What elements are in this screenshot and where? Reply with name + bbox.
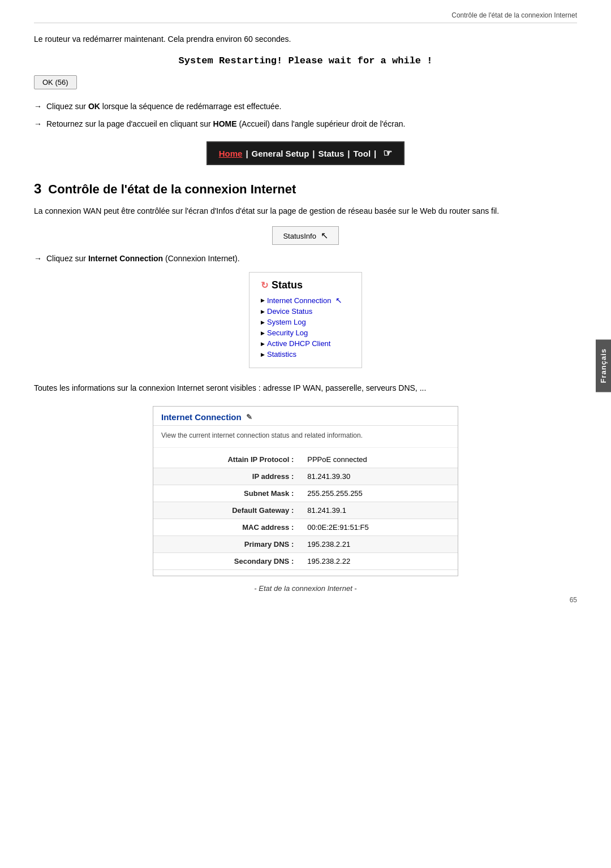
status-menu-title-text: Status [272,279,303,291]
ic-row-value: 195.238.2.22 [299,552,458,569]
statusinfo-cursor-icon: ↖ [321,230,328,241]
nav-separator-4: | [374,149,376,158]
ic-table-row: MAC address : 00:0E:2E:91:51:F5 [153,519,458,536]
ic-row-value: 81.241.39.1 [299,502,458,519]
ic-header-icon: ✎ [246,413,252,421]
ic-row-value: 81.241.39.30 [299,468,458,485]
ic-table: Attain IP Protocol : PPPoE connected IP … [153,451,458,570]
ic-title: Internet Connection [161,412,242,422]
ic-row-label: Default Gateway : [153,502,299,519]
section-body: La connexion WAN peut être contrôlée sur… [34,205,577,217]
section-heading: Contrôle de l'état de la connexion Inter… [48,182,296,197]
info-text: Toutes les informations sur la connexion… [34,382,577,394]
status-info-button[interactable]: StatusInfo ↖ [272,226,338,245]
page-wrapper: Contrôle de l'état de la connexion Inter… [0,0,611,615]
nav-general-setup[interactable]: General Setup [252,149,309,158]
restarting-title: System Restarting! Please wait for a whi… [34,55,577,66]
header-text: Contrôle de l'état de la connexion Inter… [451,11,577,19]
ic-row-label: Attain IP Protocol : [153,451,299,468]
ic-row-value: 255.255.255.255 [299,485,458,502]
section-number: 3 [34,181,41,197]
ic-caption: - Etat de la connexion Internet - [34,584,577,593]
nav-bar[interactable]: Home | General Setup | Status | Tool | ☞ [206,141,405,165]
menu-item-internet-connection[interactable]: Internet Connection ↖ [261,296,350,305]
ic-row-label: MAC address : [153,519,299,536]
internet-connection-cursor: ↖ [335,296,342,305]
ic-table-row: Default Gateway : 81.241.39.1 [153,502,458,519]
page-number: 65 [570,596,577,604]
home-bold: HOME [213,119,237,128]
ic-row-label: IP address : [153,468,299,485]
ok-button[interactable]: OK (56) [34,75,77,89]
ic-row-value: 195.238.2.21 [299,536,458,552]
ic-row-value: 00:0E:2E:91:51:F5 [299,519,458,536]
menu-item-system-log[interactable]: System Log [261,318,350,326]
ic-row-label: Primary DNS : [153,536,299,552]
nav-status[interactable]: Status [319,149,345,158]
side-tab-label: Français [599,348,608,383]
status-refresh-icon: ↻ [261,280,268,291]
side-tab: Français [596,339,611,392]
nav-separator-3: | [347,149,350,158]
ic-header: Internet Connection ✎ [153,407,458,426]
ic-table-row: IP address : 81.241.39.30 [153,468,458,485]
intro-text: Le routeur va redémarrer maintenant. Cel… [34,33,577,45]
ic-row-label: Secondary DNS : [153,552,299,569]
ic-table-body: Attain IP Protocol : PPPoE connected IP … [153,451,458,570]
internet-connection-box: Internet Connection ✎ View the current i… [153,406,458,576]
nav-bar-container: Home | General Setup | Status | Tool | ☞ [34,141,577,165]
click-instruction: Cliquez sur Internet Connection (Connexi… [34,254,577,263]
menu-item-security-log[interactable]: Security Log [261,329,350,337]
status-menu: ↻ Status Internet Connection ↖ Device St… [249,272,362,368]
nav-separator-1: | [246,149,248,158]
internet-connection-bold: Internet Connection [88,254,163,263]
menu-item-statistics[interactable]: Statistics [261,350,350,359]
status-info-btn-container: StatusInfo ↖ [34,226,577,245]
ok-bold: OK [88,102,100,111]
nav-separator-2: | [312,149,315,158]
status-menu-title: ↻ Status [261,279,350,291]
instruction-item-2: Retournez sur la page d'accueil en cliqu… [34,118,577,130]
home-link[interactable]: Home [219,149,243,158]
ic-row-value: PPPoE connected [299,451,458,468]
section-title: 3 Contrôle de l'état de la connexion Int… [34,181,577,197]
ic-table-row: Secondary DNS : 195.238.2.22 [153,552,458,569]
top-right-header: Contrôle de l'état de la connexion Inter… [34,11,577,23]
ok-button-container: OK (56) [34,75,577,89]
instruction-item-1: Cliquez sur OK lorsque la séquence de re… [34,101,577,113]
ic-table-row: Attain IP Protocol : PPPoE connected [153,451,458,468]
nav-cursor-icon: ☞ [383,147,392,159]
ic-description: View the current internet connection sta… [153,426,458,448]
menu-item-active-dhcp[interactable]: Active DHCP Client [261,339,350,348]
ic-table-row: Primary DNS : 195.238.2.21 [153,536,458,552]
status-info-label: StatusInfo [283,232,316,240]
ic-table-row: Subnet Mask : 255.255.255.255 [153,485,458,502]
instructions-list: Cliquez sur OK lorsque la séquence de re… [34,101,577,130]
menu-item-device-status[interactable]: Device Status [261,307,350,316]
ic-row-label: Subnet Mask : [153,485,299,502]
status-menu-container: ↻ Status Internet Connection ↖ Device St… [34,272,577,368]
nav-tool[interactable]: Tool [354,149,371,158]
